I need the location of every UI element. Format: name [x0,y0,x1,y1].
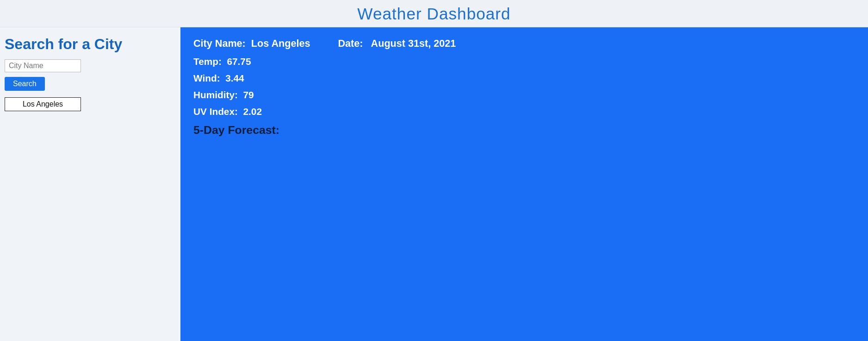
temp-value: 67.75 [227,56,251,67]
temp-label: Temp: [193,56,222,67]
search-button[interactable]: Search [5,77,45,91]
sidebar-heading: Search for a City [5,36,172,53]
weather-panel: City Name: Los Angeles Date: August 31st… [180,27,868,341]
wind-label: Wind: [193,73,220,83]
temp-stat: Temp: 67.75 [193,56,854,67]
weather-header-row: City Name: Los Angeles Date: August 31st… [193,38,854,50]
sidebar: Search for a City Search Los Angeles [0,27,180,341]
main-layout: Search for a City Search Los Angeles Cit… [0,27,868,341]
list-item[interactable]: Los Angeles [5,97,81,111]
wind-stat: Wind: 3.44 [193,73,854,84]
humidity-label: Humidity: [193,89,238,100]
date-label: Date: [338,38,363,49]
uv-label: UV Index: [193,106,238,117]
search-input[interactable] [5,59,81,72]
app-header: Weather Dashboard [0,0,868,27]
city-label: City Name: [193,38,246,49]
forecast-title: 5-Day Forecast: [193,124,854,140]
date-display: Date: August 31st, 2021 [338,38,456,50]
uv-value: 2.02 [243,106,261,117]
date-value: August 31st, 2021 [371,38,456,49]
wind-value: 3.44 [225,73,244,83]
uv-stat: UV Index: 2.02 [193,106,854,117]
city-name-display: City Name: Los Angeles [193,38,310,50]
humidity-stat: Humidity: 79 [193,89,854,101]
app-title: Weather Dashboard [0,5,868,23]
city-value: Los Angeles [251,38,310,49]
humidity-value: 79 [243,89,254,100]
